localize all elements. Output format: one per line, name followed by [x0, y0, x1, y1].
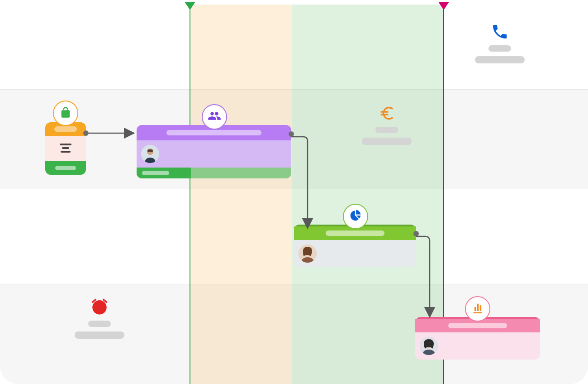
avatar: [420, 337, 438, 355]
card-progress: [137, 168, 291, 178]
card-body: [137, 140, 291, 168]
unlock-icon: [59, 106, 72, 120]
avatar: [299, 245, 317, 263]
euro-icon: [378, 104, 396, 122]
marker-handle-pink[interactable]: [438, 2, 449, 10]
badge-unlock: [53, 101, 78, 126]
align-center-icon: [60, 144, 71, 154]
skeleton-line: [375, 127, 398, 133]
card-segment-bot: [45, 161, 86, 175]
skeleton-line: [75, 331, 124, 339]
pie-chart-icon: [349, 209, 362, 224]
card-segment-mid: [45, 136, 86, 161]
badge-pie: [343, 204, 368, 229]
task-card-green[interactable]: [294, 225, 416, 267]
people-icon: [208, 109, 221, 125]
skeleton-block-alarm: [75, 297, 124, 339]
skeleton-block-euro: [362, 104, 412, 145]
phone-icon: [491, 23, 509, 41]
skeleton-line: [362, 138, 412, 145]
alarm-icon: [90, 297, 109, 316]
skeleton-line: [88, 321, 111, 327]
badge-people: [202, 104, 227, 130]
svg-rect-2: [147, 149, 153, 152]
avatar: [141, 145, 159, 163]
skeleton-line: [488, 45, 511, 52]
task-card-pink[interactable]: [415, 317, 540, 360]
bar-chart-icon: [471, 302, 484, 316]
marker-line-green[interactable]: [190, 6, 190, 384]
timeline-band-orange: [190, 5, 292, 384]
skeleton-block-phone: [475, 23, 525, 63]
card-progress-fill: [137, 168, 191, 178]
marker-handle-green[interactable]: [185, 2, 195, 10]
skeleton-line: [475, 56, 525, 63]
badge-bar: [465, 296, 490, 322]
card-body: [294, 240, 416, 267]
task-card-stacked[interactable]: [45, 122, 86, 175]
task-card-purple[interactable]: [137, 125, 291, 178]
card-body: [415, 332, 540, 360]
